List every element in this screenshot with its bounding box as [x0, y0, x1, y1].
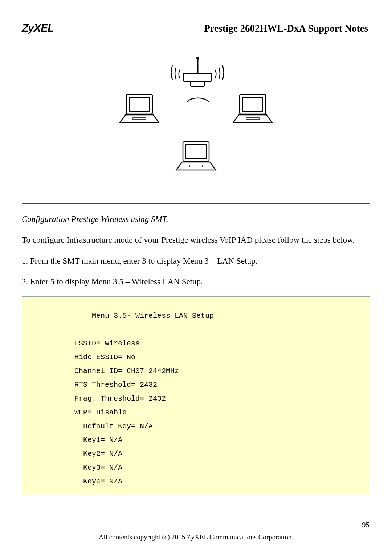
svg-rect-5	[129, 97, 150, 111]
svg-rect-13	[186, 145, 206, 158]
section-divider	[22, 203, 370, 204]
page-header: ZyXEL Prestige 2602HWL-DxA Support Notes	[22, 22, 370, 36]
step-1: 1. From the SMT main menu, enter 3 to di…	[22, 255, 370, 268]
section-heading: Configuration Prestige Wireless using SM…	[22, 215, 370, 224]
svg-rect-9	[242, 97, 263, 111]
laptop-right-icon	[233, 94, 272, 123]
terminal-output: Menu 3.5- Wireless LAN Setup ESSID= Wire…	[22, 296, 370, 495]
logo: ZyXEL	[22, 22, 54, 34]
svg-rect-3	[191, 81, 204, 86]
svg-marker-10	[233, 115, 272, 123]
svg-marker-14	[176, 162, 216, 170]
laptop-left-icon	[120, 94, 159, 123]
router-icon	[171, 57, 224, 102]
svg-point-1	[196, 57, 199, 60]
document-title: Prestige 2602HWL-DxA Support Notes	[204, 23, 370, 34]
svg-rect-2	[183, 73, 212, 81]
intro-paragraph: To configure Infrastructure mode of your…	[22, 234, 370, 247]
step-2: 2. Enter 5 to display Menu 3.5 – Wireles…	[22, 275, 370, 288]
svg-marker-6	[120, 115, 159, 123]
laptop-bottom-icon	[176, 142, 216, 170]
page-number: 95	[362, 520, 369, 530]
wireless-network-diagram	[22, 54, 370, 178]
diagram-svg	[109, 54, 283, 178]
copyright-footer: All contents copyright (c) 2005 ZyXEL Co…	[0, 533, 392, 541]
